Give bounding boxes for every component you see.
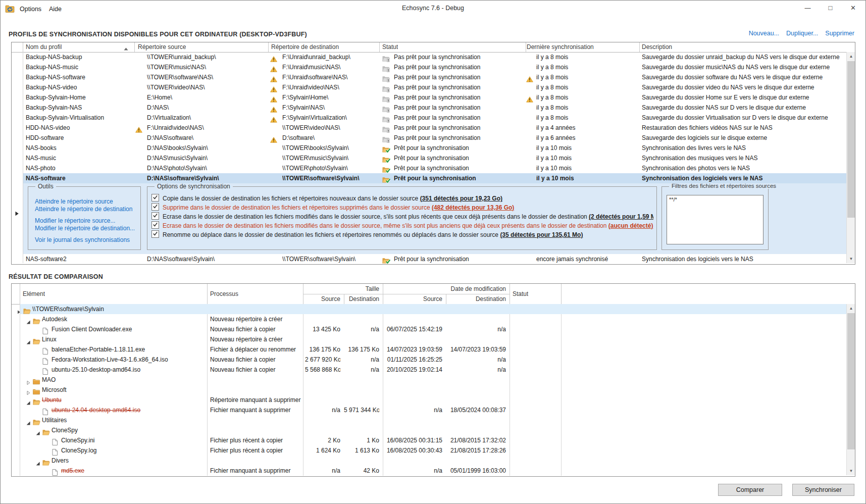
- scroll-down-arrow[interactable]: ▼: [847, 255, 855, 263]
- profile-description: Sauvegarde du dossier music\NAS du NAS v…: [642, 62, 845, 72]
- profile-last-sync: encore jamais synchronisé: [536, 254, 637, 264]
- minimize-button[interactable]: —: [796, 1, 819, 16]
- tree-row[interactable]: Fedora-Workstation-Live-43-1.6.x86_64.is…: [12, 355, 855, 365]
- column-header-0[interactable]: Nom du profil: [26, 42, 62, 52]
- tree-row[interactable]: CloneSpy.logFichier plus récent à copier…: [12, 445, 855, 456]
- profile-row[interactable]: Backup-Sylvain-HomeE:\Home\F:\Sylvain\Ho…: [12, 92, 855, 103]
- sync-option-detected-link[interactable]: (2 détectés pour 1,59 Mo): [589, 213, 653, 220]
- scrollbar-thumb[interactable]: [847, 313, 855, 449]
- profile-row[interactable]: NAS-photoD:\NAS\photo\Sylvain\\\TOWER\ph…: [12, 163, 855, 173]
- profile-status-label: Prêt pour la synchronisation: [394, 254, 523, 264]
- tree-row[interactable]: CloneSpy.iniFichier plus récent à copier…: [12, 435, 855, 445]
- tool-link-1[interactable]: Atteindre le répertoire de destination: [35, 206, 135, 213]
- column-header-2[interactable]: Répertoire de destination: [271, 42, 339, 52]
- profile-destination-path: \\TOWER\music\Sylvain\: [282, 153, 378, 163]
- tool-link-0[interactable]: Atteindre le répertoire source: [35, 198, 135, 206]
- tree-row[interactable]: ubuntu-24.04-desktop-amd64.isoFichier ma…: [12, 405, 855, 415]
- profile-row[interactable]: NAS-booksD:\NAS\books\Sylvain\\\TOWER\bo…: [12, 143, 855, 153]
- column-header-3[interactable]: Statut: [382, 42, 398, 52]
- tree-row[interactable]: \\TOWER\software\Sylvain: [20, 304, 846, 314]
- compare-button[interactable]: Comparer: [718, 484, 782, 496]
- synchronize-button[interactable]: Synchroniser: [792, 484, 854, 496]
- scroll-down-arrow[interactable]: ▼: [847, 467, 855, 475]
- sync-option-checkbox[interactable]: [151, 221, 159, 229]
- column-header-4[interactable]: Dernière synchronisation: [527, 42, 594, 52]
- profile-row[interactable]: HDD-softwareD:\NAS\software\D:\software\…: [12, 133, 855, 143]
- tree-row[interactable]: Fusion Client Downloader.exeNouveau fich…: [12, 324, 855, 334]
- filters-input[interactable]: [667, 195, 763, 244]
- column-header-process[interactable]: Processus: [210, 284, 238, 304]
- tree-row[interactable]: UbuntuRépertoire manquant à supprimer: [12, 395, 855, 405]
- scroll-up-arrow[interactable]: ▲: [847, 304, 855, 313]
- comparison-scrollbar[interactable]: ▲▼: [846, 304, 855, 475]
- profile-last-sync: il y a 8 mois: [536, 113, 637, 123]
- profile-last-sync: il y a 10 mois: [536, 173, 637, 183]
- sync-option-checkbox[interactable]: [151, 230, 159, 238]
- column-header-size[interactable]: Taille: [303, 284, 379, 294]
- new-profile-link[interactable]: Nouveau...: [749, 30, 779, 37]
- scrollbar-thumb[interactable]: [847, 61, 855, 218]
- profiles-scrollbar[interactable]: ▲▼: [846, 52, 855, 263]
- item-process: Nouveau fichier à copier: [210, 365, 302, 375]
- profile-description: Synchronisation des logiciels vers le NA…: [642, 254, 845, 264]
- profile-source-path: D:\NAS\photo\Sylvain\: [147, 163, 266, 173]
- sync-option-checkbox[interactable]: [151, 194, 159, 201]
- column-header-element[interactable]: Elément: [23, 284, 45, 304]
- column-header-size-destination[interactable]: Destination: [344, 294, 379, 304]
- profile-row[interactable]: Backup-NAS-backup\\TOWER\unraid_backup\F…: [12, 52, 855, 62]
- profile-row[interactable]: Backup-Sylvain-VirtualisationD:\Virtuali…: [12, 113, 855, 123]
- profile-row[interactable]: NAS-softwareD:\NAS\software\Sylvain\\\TO…: [23, 173, 846, 183]
- column-header-size-source[interactable]: Source: [303, 294, 340, 304]
- profile-row[interactable]: HDD-NAS-videoF:\Unraid\video\NAS\\\TOWER…: [12, 123, 855, 133]
- sync-option-detected-link[interactable]: (351 détectés pour 19,23 Go): [420, 195, 502, 202]
- sync-option-checkbox[interactable]: [151, 203, 159, 211]
- tool-link-4[interactable]: Voir le journal des synchronisations: [35, 236, 135, 244]
- profile-source-path: E:\Home\: [147, 92, 266, 103]
- column-header-date-source[interactable]: Source: [383, 294, 442, 304]
- duplicate-profile-link[interactable]: Dupliquer...: [786, 30, 818, 37]
- sync-option-detected-link[interactable]: (482 détectés pour 13,36 Go): [432, 204, 514, 211]
- tree-row[interactable]: AutodeskNouveau répertoire à créer: [12, 314, 855, 324]
- scroll-up-arrow[interactable]: ▲: [847, 52, 855, 61]
- tree-row[interactable]: MAO: [12, 375, 855, 385]
- tree-row[interactable]: Utilitaires: [12, 415, 855, 425]
- sync-option-detected-link[interactable]: (aucun détecté): [608, 222, 653, 229]
- sync-option-checkbox[interactable]: [151, 212, 159, 220]
- column-header-date-destination[interactable]: Destination: [446, 294, 506, 304]
- tree-row[interactable]: CloneSpy: [12, 425, 855, 435]
- profile-status-label: Pas prêt pour la synchronisation: [394, 72, 523, 82]
- comparison-section-title: RÉSULTAT DE COMPARAISON: [9, 273, 103, 280]
- column-header-status[interactable]: Statut: [513, 284, 528, 304]
- profile-destination-path: F:\Sylvain\Home\: [282, 92, 378, 103]
- profile-name: Backup-Sylvain-NAS: [26, 103, 132, 113]
- tool-link-3[interactable]: Modifier le répertoire de destination...: [35, 225, 135, 232]
- tree-row[interactable]: LinuxNouveau répertoire à créer: [12, 334, 855, 344]
- delete-profile-link[interactable]: Supprimer: [825, 30, 854, 37]
- tree-row[interactable]: ubuntu-25.10-desktop-amd64.isoNouveau fi…: [12, 365, 855, 375]
- item-date-destination: n/a: [446, 324, 506, 334]
- column-header-1[interactable]: Répertoire source: [138, 42, 186, 52]
- tool-link-2[interactable]: Modifier le répertoire source...: [35, 217, 135, 225]
- sync-option-detected-link[interactable]: (35 détectés pour 135,61 Mo): [500, 231, 583, 238]
- profile-row[interactable]: NAS-software2D:\NAS\software\Sylvain\\\T…: [12, 254, 855, 264]
- tree-row[interactable]: Divers: [12, 456, 855, 466]
- profile-row[interactable]: Backup-NAS-video\\TOWER\video\NAS\F:\Unr…: [12, 82, 855, 92]
- filters-groupbox: Filtres des fichiers et répertoires sour…: [661, 186, 769, 250]
- profile-detail-panel: OutilsAtteindre le répertoire sourceAtte…: [23, 183, 846, 254]
- profile-name: NAS-photo: [26, 163, 132, 173]
- profile-name: NAS-music: [26, 153, 132, 163]
- profile-name: NAS-software2: [26, 254, 132, 264]
- tree-row[interactable]: md5.exeFichier manquant à supprimern/a42…: [12, 466, 855, 476]
- profile-destination-path: F:\Sylvain\Virtualization\: [282, 113, 378, 123]
- profile-description: Restauration des fichiers vidéos NAS sur…: [642, 123, 845, 133]
- profile-row[interactable]: Backup-Sylvain-NASD:\NAS\F:\Sylvain\NAS\…: [12, 103, 855, 113]
- profile-row[interactable]: Backup-NAS-software\\TOWER\software\NAS\…: [12, 72, 855, 82]
- column-header-date[interactable]: Date de modification: [383, 284, 506, 294]
- close-button[interactable]: ✕: [842, 1, 864, 16]
- maximize-button[interactable]: □: [819, 1, 842, 16]
- tree-row[interactable]: balenaEtcher-Portable-1.18.11.exeFichier…: [12, 344, 855, 355]
- profile-row[interactable]: Backup-NAS-music\\TOWER\music\NAS\F:\Unr…: [12, 62, 855, 72]
- column-header-5[interactable]: Description: [642, 42, 672, 52]
- profile-row[interactable]: NAS-musicD:\NAS\music\Sylvain\\\TOWER\mu…: [12, 153, 855, 163]
- tree-row[interactable]: Microsoft: [12, 385, 855, 395]
